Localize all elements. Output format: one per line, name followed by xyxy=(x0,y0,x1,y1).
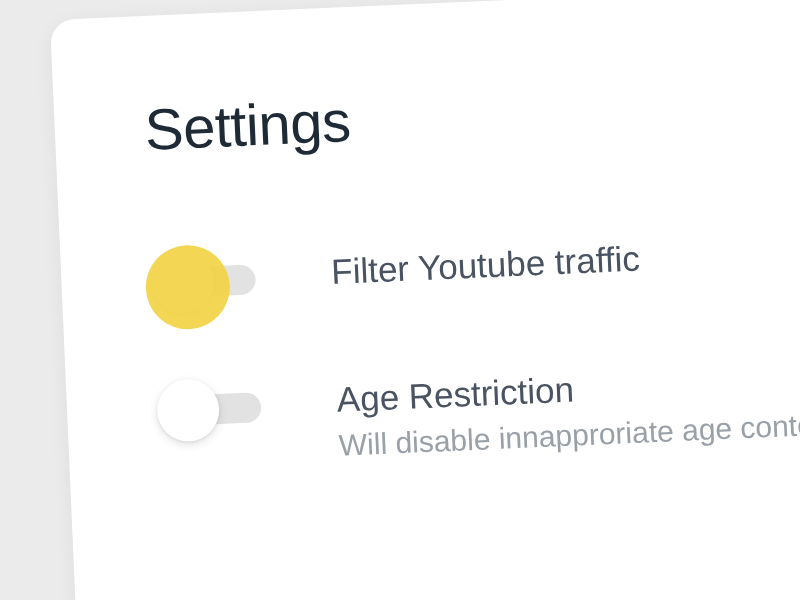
settings-card: Settings Filter Youtube traffic Age Rest… xyxy=(50,0,800,600)
toggle-knob xyxy=(156,378,221,443)
setting-row-filter-youtube: Filter Youtube traffic xyxy=(150,221,800,302)
settings-list: Filter Youtube traffic Age Restriction W… xyxy=(150,221,800,474)
filter-youtube-toggle[interactable] xyxy=(150,248,260,255)
setting-text: Age Restriction Will disable innapproria… xyxy=(336,349,800,466)
setting-text: Filter Youtube traffic xyxy=(330,221,800,294)
highlight-icon xyxy=(144,243,232,331)
page-title: Settings xyxy=(143,65,800,163)
age-restriction-toggle[interactable] xyxy=(156,375,266,382)
setting-row-age-restriction: Age Restriction Will disable innapproria… xyxy=(156,349,800,474)
setting-label: Filter Youtube traffic xyxy=(330,225,800,294)
